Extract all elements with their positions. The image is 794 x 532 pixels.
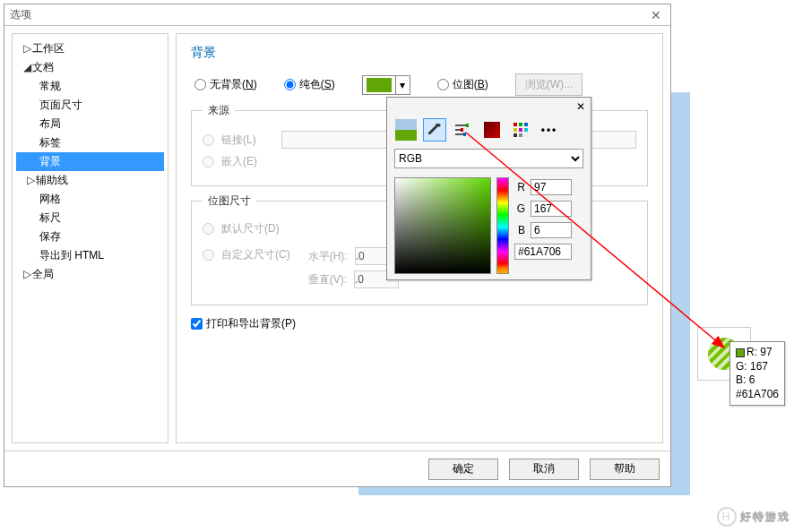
svg-rect-2 — [455, 129, 461, 131]
close-icon[interactable]: ✕ — [647, 8, 665, 22]
svg-rect-7 — [519, 123, 522, 126]
bitmap-size-legend: 位图尺寸 — [203, 193, 256, 209]
color-picker-popup: ✕ ••• RGB R G B — [386, 97, 591, 280]
b-label: B — [514, 224, 525, 236]
svg-rect-13 — [519, 133, 522, 137]
tree-save[interactable]: 保存 — [16, 227, 164, 246]
more-options-icon[interactable]: ••• — [538, 118, 561, 142]
swatch-preview-icon[interactable] — [394, 118, 418, 142]
tree-document[interactable]: ◢文档 — [16, 58, 164, 77]
g-input[interactable] — [531, 201, 572, 217]
color-mode-select[interactable]: RGB — [394, 149, 583, 168]
vertical-label: 垂直(V): — [308, 272, 347, 287]
source-legend: 来源 — [203, 103, 235, 118]
palette-grid-icon[interactable] — [509, 118, 532, 142]
tree-export-html[interactable]: 导出到 HTML — [16, 246, 164, 265]
sliders-icon[interactable] — [452, 118, 475, 142]
r-label: R — [514, 181, 525, 193]
radio-solid-color[interactable]: 纯色(S) — [284, 77, 335, 92]
hue-slider[interactable] — [496, 177, 509, 274]
hex-input[interactable] — [514, 244, 572, 260]
dialog-footer: 确定 取消 帮助 — [4, 450, 670, 486]
tooltip-swatch-icon — [736, 348, 745, 357]
help-button[interactable]: 帮助 — [590, 459, 660, 480]
tree-pagesize[interactable]: 页面尺寸 — [16, 96, 164, 115]
dialog-title: 选项 — [10, 7, 31, 22]
chevron-down-icon[interactable]: ▾ — [395, 75, 410, 95]
eyedropper-icon[interactable] — [423, 118, 446, 142]
tree-global[interactable]: ▷全局 — [16, 265, 164, 284]
radio-custom-size: 自定义尺寸(C) — [203, 247, 290, 262]
cancel-button[interactable]: 取消 — [509, 459, 579, 480]
tree-grid[interactable]: 网格 — [16, 190, 164, 209]
saturation-value-picker[interactable] — [394, 177, 491, 274]
tree-general[interactable]: 常规 — [16, 77, 164, 96]
svg-rect-14 — [524, 133, 528, 137]
tree-workspace[interactable]: ▷工作区 — [16, 39, 164, 58]
browse-button: 浏览(W)... — [515, 73, 583, 96]
options-tree[interactable]: ▷工作区 ◢文档 常规 页面尺寸 布局 标签 背景 ▷辅助线 网格 标尺 保存 … — [12, 33, 168, 443]
horizontal-label: 水平(H): — [308, 249, 348, 264]
panel-heading: 背景 — [191, 45, 648, 61]
svg-rect-3 — [461, 128, 463, 132]
dialog-titlebar: 选项 ✕ — [4, 4, 670, 26]
svg-rect-4 — [455, 133, 463, 135]
popup-close-icon[interactable]: ✕ — [576, 100, 585, 113]
svg-rect-9 — [514, 128, 517, 132]
g-label: G — [514, 202, 525, 215]
radio-no-background[interactable]: 无背景(N) — [194, 77, 257, 92]
color-swatch-icon — [367, 78, 392, 92]
tree-layout[interactable]: 布局 — [16, 115, 164, 133]
svg-rect-11 — [524, 128, 528, 132]
svg-rect-1 — [466, 124, 469, 127]
print-export-checkbox[interactable]: 打印和导出背景(P) — [191, 316, 648, 331]
ok-button[interactable]: 确定 — [428, 459, 498, 480]
color-picker-button[interactable]: ▾ — [362, 75, 410, 95]
svg-rect-12 — [514, 133, 517, 137]
tree-background[interactable]: 背景 — [16, 152, 164, 171]
tree-guides[interactable]: ▷辅助线 — [16, 171, 164, 190]
watermark: H 好特游戏 — [717, 507, 790, 527]
red-swatch-icon[interactable] — [480, 118, 504, 142]
svg-rect-0 — [455, 124, 466, 126]
watermark-icon: H — [717, 507, 737, 527]
r-input[interactable] — [531, 179, 572, 195]
svg-rect-5 — [463, 133, 466, 136]
svg-rect-8 — [524, 123, 528, 126]
svg-rect-6 — [514, 123, 517, 126]
tree-tags[interactable]: 标签 — [16, 133, 164, 152]
tree-ruler[interactable]: 标尺 — [16, 209, 164, 227]
radio-bitmap[interactable]: 位图(B) — [437, 77, 488, 92]
b-input[interactable] — [531, 222, 572, 238]
svg-rect-10 — [519, 128, 522, 132]
eyedropper-tooltip: R: 97 G: 167 B: 6 #61A706 — [729, 341, 785, 406]
